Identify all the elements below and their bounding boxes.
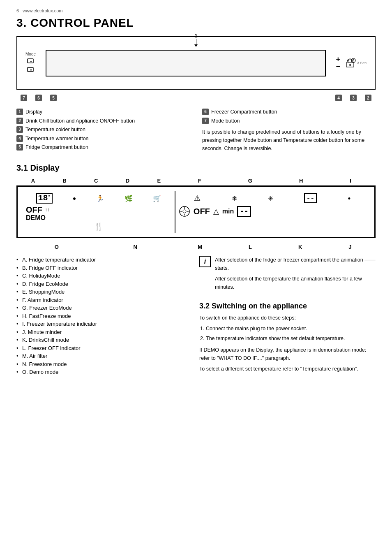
lock-3sec-button: 3 Sec (344, 57, 367, 69)
freezer-temp-num: -- (307, 195, 314, 202)
subsection-32-intro: To switch on the appliance do these step… (199, 314, 376, 322)
num-7: 7 (21, 95, 27, 101)
legend-text-5: Fridge Compartment button (25, 144, 88, 151)
num-3: 3 (350, 95, 357, 101)
steps-list: Connect the mains plug to the power sock… (206, 324, 376, 343)
bullet-L: L. Freezer OFF indicator (16, 344, 193, 352)
minute-minder-display: -- (237, 206, 251, 217)
fridge-temp-display: 18° (36, 193, 53, 204)
subsection-31-name: Display (30, 163, 59, 172)
panel-right-controls: + − 3 Sec (336, 56, 367, 70)
subsection-32-name: Switching on the appliance (212, 302, 307, 310)
legend-num-2: 2 (16, 118, 23, 124)
subsection-32-number: 3.2 (199, 302, 210, 310)
demo-text: DEMO (26, 214, 46, 221)
display-right-main: OFF △ min -- (179, 206, 366, 217)
col-label-B: B (62, 178, 66, 184)
minute-minder-num: -- (240, 207, 249, 215)
lock-power-icon (344, 57, 356, 69)
col-label-F: F (198, 178, 201, 184)
display-demo-row: DEMO (26, 215, 171, 221)
display-diagram-box: 18° ● 🏃 🌿 🛒 OFF ↑↑ (16, 185, 376, 238)
col-label-E: E (157, 178, 161, 184)
freestore-icon-container: 🍴 (26, 222, 171, 231)
legend-item-7: 7 Mode button (202, 118, 376, 125)
col-label-A: A (31, 178, 35, 184)
display-panel (46, 50, 326, 76)
col-label-K: K (298, 244, 302, 250)
display-labels-bottom-ON: O N (17, 244, 175, 250)
subsection-32-para2: To select a different set temperature re… (199, 365, 376, 373)
arrow-down-icon-2: ▼ (26, 67, 36, 74)
fast-freeze-icon: ✳ (268, 195, 273, 202)
bullet-H: H. FastFreeze mode (16, 312, 193, 320)
svg-point-4 (349, 64, 351, 66)
legend-container: 1 Display 2 Drink Chill button and Appli… (16, 109, 376, 155)
col-label-J: J (348, 244, 351, 250)
col-label-I: I (350, 178, 351, 184)
display-inner: 18° ● 🏃 🌿 🛒 OFF ↑↑ (24, 191, 368, 233)
mode-arrows: ▼ ▼ (26, 58, 36, 74)
page-header: 6 www.electrolux.com (16, 8, 376, 13)
legend-text-3: Temperature colder button (25, 126, 85, 134)
col-label-M: M (198, 244, 202, 250)
bullet-D: D. Fridge EcoMode (16, 280, 193, 288)
right-indicator: ● (348, 195, 350, 201)
step-2: The temperature indicators show the set … (206, 334, 376, 343)
legend-text-6: Freezer Compartment button (211, 109, 277, 116)
legend-num-4: 4 (16, 135, 23, 142)
legend-item-1: 1 Display (16, 109, 190, 116)
subsection-32-para1: If DEMO appears on the Display, the appl… (199, 346, 376, 362)
bullet-E: E. ShoppingMode (16, 288, 193, 296)
display-left-section: 18° ● 🏃 🌿 🛒 OFF ↑↑ (24, 191, 175, 233)
holiday-mode-icon: 🏃 (96, 195, 104, 202)
numbers-right-group: 4 3 2 (335, 95, 371, 101)
display-bottom-labels-row: O N M L K J (16, 244, 376, 250)
legend-text-7: Mode button (211, 118, 240, 125)
svg-point-12 (183, 210, 186, 213)
bullet-B: B. Fridge OFF indicator (16, 264, 193, 272)
sec-label: 3 Sec (357, 61, 367, 65)
legend-num-6: 6 (202, 109, 209, 115)
bullet-G: G. Freezer EcoMode (16, 304, 193, 312)
plus-minus-buttons: + − (336, 56, 340, 70)
drinks-chill-icon: △ (213, 207, 219, 216)
display-diagram-container: A B C D E F G H I 18° ● (16, 178, 376, 250)
display-right-section: ⚠ ❄ ✳ -- ● (175, 191, 368, 233)
display-labels-left-ABCDE: A B C D E (17, 178, 175, 184)
arrow-down-icon-1: ▼ (26, 58, 36, 65)
freezer-eco-icon: ❄ (232, 195, 237, 202)
mode-label: Mode (25, 52, 36, 56)
legend-num-1: 1 (16, 109, 23, 115)
control-panel-diagram: 1 Mode ▼ ▼ + − (16, 36, 376, 102)
step-1: Connect the mains plug to the power sock… (206, 324, 376, 333)
display-left-main: OFF ↑↑ (26, 206, 171, 214)
bullet-M: M. Air filter (16, 352, 193, 360)
legend-item-3: 3 Temperature colder button (16, 126, 190, 134)
legend-text-2: Drink Chill button and Appliance ON/OFF … (25, 118, 135, 125)
plus-symbol: + (336, 56, 340, 63)
display-top-labels-row: A B C D E F G H I (16, 178, 376, 184)
info-text-1: After selection of the fridge or freezer… (215, 256, 376, 272)
legend-num-7: 7 (202, 118, 209, 124)
col-label-L: L (249, 244, 252, 250)
display-labels-bottom-MLKJ: M L K J (175, 244, 375, 250)
legend-right: 6 Freezer Compartment button 7 Mode butt… (202, 109, 376, 155)
section-number: 3. (16, 16, 27, 29)
col-label-H: H (299, 178, 303, 184)
legend-num-5: 5 (16, 144, 23, 151)
arrow-indicator-1: 1 (194, 33, 198, 47)
section-title: 3. CONTROL PANEL (16, 16, 376, 30)
subsection-31-title: 3.1 Display (16, 163, 376, 173)
bullet-A: A. Fridge temperature indicator (16, 256, 193, 264)
temp-arrows-icon: ↑↑ (45, 207, 50, 213)
minus-symbol: − (336, 63, 340, 70)
bullet-list-container: A. Fridge temperature indicator B. Fridg… (16, 256, 193, 376)
col-label-O: O (55, 244, 59, 250)
legend-text-4: Temperature warmer button (25, 135, 89, 143)
display-labels-right-FGHI: F G H I (175, 178, 375, 184)
svg-text:▼: ▼ (30, 60, 32, 63)
freezer-temp-display: -- (304, 193, 317, 203)
legend-num-3: 3 (16, 126, 23, 133)
bullet-O: O. Demo mode (16, 368, 193, 376)
